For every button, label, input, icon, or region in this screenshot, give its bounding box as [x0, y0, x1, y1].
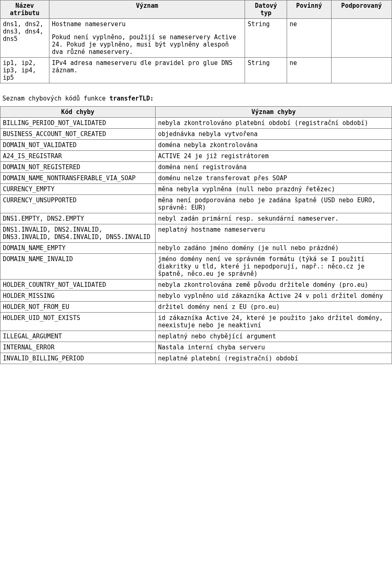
heading-bold: transferTLD: [109, 95, 154, 102]
error-meaning: nebyl zadán primární resp. sekundární na… [156, 213, 392, 224]
error-code: DNS1.EMPTY, DNS2.EMPTY [0, 213, 156, 224]
attr-meaning-p2: Pokud není vyplněno, použijí se nameserv… [52, 34, 243, 56]
error-meaning: držitel domény není z EU (pro.eu) [156, 302, 392, 313]
col-header-code: Kód chyby [0, 107, 156, 118]
table-row: ip1, ip2, ip3, ip4, ip5 IPv4 adresa name… [0, 58, 392, 83]
table-row: DOMAIN_NAME_EMPTYnebylo zadáno jméno dom… [0, 243, 392, 254]
error-code: INVALID_BILLING_PERIOD [0, 353, 156, 364]
error-meaning: doménu nelze transferovat přes SOAP [156, 173, 392, 184]
error-code: ILLEGAL_ARGUMENT [0, 331, 156, 342]
attr-supported [331, 19, 392, 58]
col-header-dtype: Datový typ [245, 0, 287, 19]
error-meaning: id zákazníka Active 24, které je použito… [156, 313, 392, 331]
error-meaning: jméno domény není ve správném formátu (t… [156, 254, 392, 280]
table-row: ILLEGAL_ARGUMENTneplatný nebo chybějící … [0, 331, 392, 342]
error-meaning: neplatný hostname nameserveru [156, 224, 392, 243]
error-code: CURRENCY_EMPTY [0, 184, 156, 195]
error-meaning: měna nebyla vyplněna (null nebo prazdný … [156, 184, 392, 195]
table-row: DNS1.INVALID, DNS2.INVALID, DNS3.INVALID… [0, 224, 392, 243]
attr-meaning-p1: IPv4 adresa nameserveru dle pravidel pro… [52, 59, 243, 74]
error-code: HOLDER_NOT_FROM_EU [0, 302, 156, 313]
table-row: INVALID_BILLING_PERIODneplatné platební … [0, 353, 392, 364]
col-header-meaning: Význam chyby [156, 107, 392, 118]
col-header-supported: Podporovaný [331, 0, 392, 19]
attr-meaning: IPv4 adresa nameserveru dle pravidel pro… [49, 58, 245, 83]
error-meaning: Nastala interní chyba serveru [156, 342, 392, 353]
table-row: CURRENCY_EMPTYměna nebyla vyplněna (null… [0, 184, 392, 195]
error-code: DNS1.INVALID, DNS2.INVALID, DNS3.INVALID… [0, 224, 156, 243]
table-row: DOMAIN_NAME_NONTRANSFERABLE_VIA_SOAPdomé… [0, 173, 392, 184]
error-meaning: objednávka nebyla vytvořena [156, 129, 392, 140]
table-row: BILLING_PERIOD_NOT_VALIDATEDnebyla zkont… [0, 118, 392, 129]
table-row: DOMAIN_NOT_REGISTEREDdoména není registr… [0, 162, 392, 173]
error-code: BILLING_PERIOD_NOT_VALIDATED [0, 118, 156, 129]
error-meaning: nebyla zkontrolováno platební období (re… [156, 118, 392, 129]
table-row: HOLDER_NOT_FROM_EUdržitel domény není z … [0, 302, 392, 313]
attributes-table: Název atributu Význam Datový typ Povinný… [0, 0, 392, 83]
error-code: DOMAIN_NAME_INVALID [0, 254, 156, 280]
col-header-required: Povinný [287, 0, 331, 19]
error-code: DOMAIN_NOT_VALIDATED [0, 140, 156, 151]
error-meaning: neplatný nebo chybějící argument [156, 331, 392, 342]
col-header-name: Název atributu [0, 0, 49, 19]
error-code: HOLDER_MISSING [0, 291, 156, 302]
table-header-row: Kód chyby Význam chyby [0, 107, 392, 118]
error-code: HOLDER_COUNTRY_NOT_VALIDATED [0, 280, 156, 291]
error-codes-table: Kód chyby Význam chyby BILLING_PERIOD_NO… [0, 106, 392, 364]
col-header-meaning: Význam [49, 0, 245, 19]
table-row: A24_IS_REGISTRARACTIVE 24 je již registr… [0, 151, 392, 162]
attr-name: ip1, ip2, ip3, ip4, ip5 [0, 58, 49, 83]
error-meaning: nebylo zadáno jméno domény (je null nebo… [156, 243, 392, 254]
table-row: HOLDER_COUNTRY_NOT_VALIDATEDnebyla zkont… [0, 280, 392, 291]
table-row: HOLDER_UID_NOT_EXISTSid zákazníka Active… [0, 313, 392, 331]
table-row: HOLDER_MISSINGnebylo vyplněno uid zákazn… [0, 291, 392, 302]
table-row: CURRENCY_UNSUPPORTEDměna není podporován… [0, 195, 392, 213]
error-meaning: nebylo vyplněno uid zákazníka Active 24 … [156, 291, 392, 302]
table-row: dns1, dns2, dns3, dns4, dns5 Hostname na… [0, 19, 392, 58]
table-row: DNS1.EMPTY, DNS2.EMPTYnebyl zadán primár… [0, 213, 392, 224]
error-meaning: nebyla zkontrolována země původu držitel… [156, 280, 392, 291]
error-code: CURRENCY_UNSUPPORTED [0, 195, 156, 213]
attr-meaning-p1: Hostname nameserveru [52, 20, 243, 28]
error-code: A24_IS_REGISTRAR [0, 151, 156, 162]
error-codes-heading: Seznam chybových kódů funkce transferTLD… [2, 95, 392, 102]
error-meaning: doména není registrována [156, 162, 392, 173]
error-code: INTERNAL_ERROR [0, 342, 156, 353]
error-meaning: ACTIVE 24 je již registrátorem [156, 151, 392, 162]
attr-dtype: String [245, 58, 287, 83]
attr-name: dns1, dns2, dns3, dns4, dns5 [0, 19, 49, 58]
table-row: DOMAIN_NOT_VALIDATEDdoména nebyla zkontr… [0, 140, 392, 151]
attr-supported [331, 58, 392, 83]
error-code: DOMAIN_NAME_NONTRANSFERABLE_VIA_SOAP [0, 173, 156, 184]
error-code: DOMAIN_NAME_EMPTY [0, 243, 156, 254]
table-header-row: Název atributu Význam Datový typ Povinný… [0, 0, 392, 19]
heading-prefix: Seznam chybových kódů funkce [2, 95, 109, 102]
error-meaning: doména nebyla zkontrolována [156, 140, 392, 151]
attr-dtype: String [245, 19, 287, 58]
table-row: INTERNAL_ERRORNastala interní chyba serv… [0, 342, 392, 353]
attr-required: ne [287, 19, 331, 58]
table-row: BUSINESS_ACCOUNT_NOT_CREATEDobjednávka n… [0, 129, 392, 140]
attr-meaning: Hostname nameserveru Pokud není vyplněno… [49, 19, 245, 58]
error-code: BUSINESS_ACCOUNT_NOT_CREATED [0, 129, 156, 140]
error-code: DOMAIN_NOT_REGISTERED [0, 162, 156, 173]
attr-required: ne [287, 58, 331, 83]
error-meaning: měna není podporována nebo je zadána špa… [156, 195, 392, 213]
table-row: DOMAIN_NAME_INVALIDjméno domény není ve … [0, 254, 392, 280]
error-meaning: neplatné platební (registrační) období [156, 353, 392, 364]
error-code: HOLDER_UID_NOT_EXISTS [0, 313, 156, 331]
